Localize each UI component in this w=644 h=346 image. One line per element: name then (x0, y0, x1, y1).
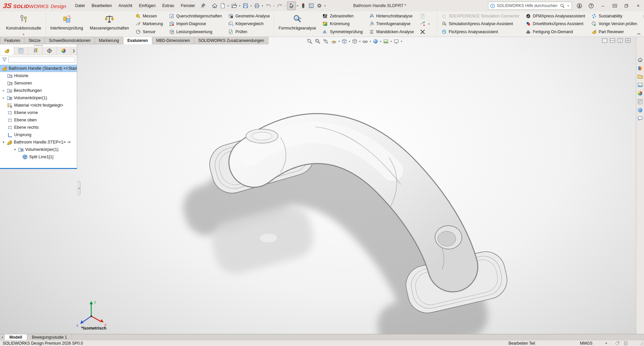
panel-tabs-overflow-chevron[interactable]: ❯ (71, 47, 77, 55)
collapse-arrow-icon[interactable]: ▾ (13, 148, 17, 151)
manufacturing-on-demand-button[interactable]: Fertigung On-Demand (525, 28, 586, 36)
tab-markierung[interactable]: Markierung (95, 37, 123, 44)
driveworksxpress-wizard-button[interactable]: DriveWorksXpress Assistent (525, 20, 586, 27)
apply-scene-button[interactable] (382, 38, 390, 45)
tab-configuration-manager[interactable] (28, 47, 42, 55)
menu-fenster[interactable]: Fenster (177, 2, 198, 10)
print-button[interactable] (253, 1, 261, 10)
tab-feature-tree[interactable] (0, 47, 14, 55)
display-pane-splitter-handle[interactable]: ◂ (77, 181, 80, 195)
model-canvas[interactable]: y x z (0, 37, 636, 334)
tab-solidworks-zusatzanwendungen[interactable]: SOLIDWORKS Zusatzanwendungen (194, 37, 268, 44)
units-label[interactable]: MMGS (580, 341, 592, 346)
appearances-scenes-icon[interactable] (637, 91, 643, 96)
four-view-button[interactable] (625, 38, 631, 43)
panel-grip-handle[interactable] (0, 44, 77, 47)
tree-item-origin[interactable]: Ursprung (0, 131, 77, 138)
open-button[interactable] (230, 1, 238, 10)
performance-evaluation-button[interactable]: Leistungsbewertung (168, 28, 223, 36)
select-tool-button[interactable] (287, 1, 296, 10)
print-caret[interactable]: ▾ (261, 4, 264, 7)
tab-mbd-dimensionen[interactable]: MBD-Dimensionen (152, 37, 195, 44)
home-button[interactable] (211, 1, 219, 10)
view-orientation-button[interactable] (340, 38, 348, 45)
part-reviewer-button[interactable]: Part Reviewer (590, 28, 638, 36)
restore-button[interactable] (621, 0, 632, 11)
geometry-analysis-button[interactable]: Geometrie-Analyse (227, 12, 271, 20)
symmetry-check-button[interactable]: Symmetrieprüfung (321, 28, 364, 36)
deviation-check-caret[interactable]: ▾ (427, 22, 431, 25)
check-previous-version-button[interactable]: Vorige Version prüfen (590, 20, 638, 27)
view-orientation-caret[interactable]: ▾ (348, 40, 351, 43)
import-diagnostics-button[interactable]: Import-Diagnose (168, 20, 223, 27)
compare-bodies-button[interactable]: ?Körpervergleich (227, 20, 271, 27)
redo-button[interactable] (276, 1, 284, 10)
close-button[interactable]: × (632, 0, 644, 11)
tree-item-annotations[interactable]: ▸ A Beschriftungen (0, 87, 77, 94)
units-caret-icon[interactable]: ▴ (605, 341, 607, 344)
file-explorer-icon[interactable] (637, 74, 643, 79)
new-document-caret[interactable]: ▾ (227, 4, 230, 7)
hide-show-items-button[interactable] (361, 38, 369, 45)
tree-item-solid-bodies[interactable]: ▸ Volumenkörper(1) (0, 94, 77, 102)
select-tool-caret[interactable]: ▾ (296, 4, 299, 7)
tree-item-split-line-body[interactable]: Split Line1[1] (0, 153, 77, 161)
tree-item-history[interactable]: Historie (0, 72, 77, 79)
ribbon-collapse-chevron[interactable] (637, 33, 641, 35)
section-view-caret[interactable]: ▾ (338, 40, 340, 43)
view-settings-button[interactable] (392, 38, 400, 45)
dfmxpress-wizard-button[interactable]: DFMXpress Analyseassistent (525, 12, 586, 20)
tree-filter-input[interactable] (8, 57, 75, 63)
draft-analysis-button[interactable]: Formschrägeanalyse (275, 12, 319, 36)
hide-show-items-caret[interactable]: ▾ (369, 40, 371, 43)
switch-window-button[interactable] (609, 0, 621, 11)
new-document-button[interactable] (219, 1, 227, 10)
curvature-button[interactable]: Krümmung (321, 20, 364, 27)
expand-arrow-icon[interactable]: ▸ (2, 96, 5, 100)
design-study-caret[interactable]: ▾ (23, 33, 24, 36)
mass-properties-button[interactable]: Masseneigenschaften (87, 12, 132, 36)
display-style-button[interactable] (351, 38, 359, 45)
minimize-button[interactable]: – (597, 0, 609, 11)
parting-line-analysis-button[interactable]: Trennfugenanalyse (368, 20, 415, 27)
zoom-area-button[interactable] (314, 38, 322, 45)
tree-item-solid-bodies-sub[interactable]: ▾ Volumenkörper(1) (0, 146, 77, 153)
design-library-icon[interactable] (637, 65, 643, 71)
grid-check-button[interactable] (419, 28, 432, 36)
tree-item-top-plane[interactable]: Ebene oben (0, 116, 77, 124)
view-palette-icon[interactable] (637, 82, 643, 88)
menu-bearbeiten[interactable]: Bearbeiten (88, 2, 115, 10)
floxpress-wizard-button[interactable]: FloXpress Analyseassistent (440, 28, 521, 36)
custom-properties-icon[interactable] (637, 99, 643, 105)
measure-button[interactable]: Messen (135, 12, 164, 20)
costing-button[interactable]: Costing (642, 12, 644, 20)
single-view-button[interactable] (602, 38, 607, 43)
help-search-box[interactable]: ? ▾ (488, 2, 572, 10)
tree-item-material[interactable]: Material <nicht festgelegt> (0, 102, 77, 109)
search-icon[interactable] (560, 3, 565, 8)
quick-tips-icon[interactable] (615, 341, 620, 346)
edit-appearance-button[interactable] (372, 38, 379, 45)
filter-funnel-icon[interactable] (2, 57, 7, 62)
tab-display-manager[interactable] (57, 47, 71, 55)
collapse-arrow-icon[interactable]: ▾ (2, 140, 5, 144)
tab-bewegungsstudie[interactable]: Bewegungsstudie 1 (27, 334, 72, 340)
3dexperience-pane-icon[interactable] (637, 107, 643, 113)
verification-traffic-light-icon[interactable] (299, 1, 307, 10)
expand-arrow-icon[interactable]: ▸ (2, 89, 5, 92)
options-gear-caret[interactable]: ▾ (323, 4, 327, 7)
zoom-fit-button[interactable] (306, 38, 314, 45)
tree-item-front-plane[interactable]: Ebene vorne (0, 109, 77, 116)
sensor-button[interactable]: Sensor (135, 28, 164, 36)
menu-ansicht[interactable]: Ansicht (115, 2, 136, 10)
tab-scroll-left-stub[interactable]: ◂ (0, 334, 5, 340)
check-button[interactable]: Prüfen (227, 28, 271, 36)
status-note-icon[interactable] (624, 341, 628, 346)
search-input[interactable] (497, 3, 558, 8)
options-list-icon[interactable] (307, 1, 315, 10)
zebra-stripes-button[interactable]: Zebrastreifen (321, 12, 364, 20)
tab-features[interactable]: Features (0, 37, 24, 44)
deviation-check-button[interactable]: ▾ (419, 20, 432, 27)
resize-grip[interactable] (639, 341, 643, 345)
forum-chat-icon[interactable] (637, 116, 643, 121)
